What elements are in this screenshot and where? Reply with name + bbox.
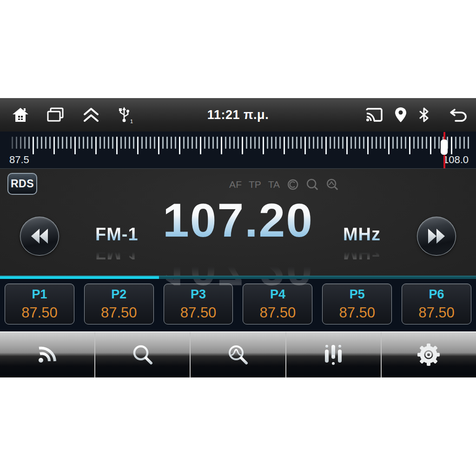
ruler-tick xyxy=(129,137,130,149)
ruler-tick xyxy=(367,137,369,154)
frequency-reflection: 107.20 xyxy=(163,245,313,292)
ruler-tick xyxy=(317,137,318,149)
home-icon[interactable] xyxy=(12,107,29,123)
ruler-tick xyxy=(397,137,398,149)
ruler-tick xyxy=(208,137,210,149)
ruler-tick xyxy=(179,137,180,154)
usb-icon: 1 xyxy=(118,106,130,123)
ruler-tick xyxy=(392,137,394,149)
ruler-tick xyxy=(99,137,101,149)
unit-reflection: MHz xyxy=(343,244,381,262)
ruler-tick xyxy=(342,137,344,149)
ruler-tick xyxy=(288,137,289,149)
preset-button-5[interactable]: P5 87.50 xyxy=(322,284,392,324)
ruler-tick xyxy=(171,137,172,149)
ruler-tick xyxy=(263,137,264,154)
location-icon xyxy=(394,107,407,123)
tuner-ruler[interactable] xyxy=(0,137,476,156)
seek-up-button[interactable] xyxy=(417,217,456,256)
scan-wave-icon xyxy=(227,344,249,366)
tuner-scale[interactable]: 87.5 108.0 xyxy=(0,132,476,169)
ruler-tick xyxy=(41,137,42,149)
scan-button[interactable] xyxy=(191,331,286,377)
ruler-tick xyxy=(166,137,168,149)
preset-frequency: 87.50 xyxy=(260,304,296,321)
ruler-tick xyxy=(405,137,406,149)
ruler-tick xyxy=(24,137,26,149)
ruler-tick xyxy=(53,137,55,154)
ruler-tick xyxy=(313,137,314,149)
bottom-toolbar xyxy=(0,331,476,377)
search-icon xyxy=(132,344,154,366)
ruler-tick xyxy=(154,137,155,149)
tuner-thumb[interactable] xyxy=(441,139,448,155)
frequency-unit: MHz MHz xyxy=(343,225,381,262)
search-button[interactable] xyxy=(95,331,191,377)
ruler-tick xyxy=(388,137,390,154)
seek-down-button[interactable] xyxy=(20,217,59,256)
scale-max-label: 108.0 xyxy=(443,154,469,166)
broadcast-button[interactable] xyxy=(0,331,95,377)
ruler-tick xyxy=(104,137,105,149)
preset-button-2[interactable]: P2 87.50 xyxy=(84,284,154,324)
ruler-tick xyxy=(309,137,310,149)
ruler-tick xyxy=(451,137,452,154)
scale-min-label: 87.5 xyxy=(9,154,29,166)
ruler-tick xyxy=(267,137,268,149)
preset-button-6[interactable]: P6 87.50 xyxy=(402,284,471,324)
ruler-tick xyxy=(74,137,76,154)
preset-frequency: 87.50 xyxy=(339,304,375,321)
ruler-tick xyxy=(284,137,285,154)
ruler-tick xyxy=(187,137,189,149)
radio-main-panel: RDS AF TP TA FM-1 FM-1 107.20 107.20 xyxy=(0,169,476,279)
ruler-tick xyxy=(79,137,80,149)
ruler-tick xyxy=(192,137,193,149)
preset-frequency: 87.50 xyxy=(418,304,455,321)
preset-button-1[interactable]: P1 87.50 xyxy=(5,284,74,324)
ruler-tick xyxy=(409,137,410,154)
equalizer-button[interactable] xyxy=(286,331,382,377)
ruler-tick xyxy=(212,137,214,149)
ruler-tick xyxy=(455,137,456,149)
ruler-tick xyxy=(325,137,327,154)
recent-apps-icon[interactable] xyxy=(46,107,64,122)
ruler-tick xyxy=(238,137,239,149)
ruler-tick xyxy=(459,137,461,149)
preset-frequency: 87.50 xyxy=(101,304,137,321)
ruler-tick xyxy=(66,137,67,149)
ruler-tick xyxy=(292,137,293,149)
ruler-tick xyxy=(137,137,139,154)
preset-label: P1 xyxy=(32,287,47,302)
ruler-tick xyxy=(204,137,205,149)
ruler-tick xyxy=(355,137,356,149)
ruler-tick xyxy=(279,137,281,149)
ruler-tick xyxy=(183,137,185,149)
gear-icon xyxy=(417,343,440,366)
ruler-tick xyxy=(359,137,360,149)
ruler-tick xyxy=(426,137,427,149)
ruler-tick xyxy=(83,137,84,149)
ruler-tick xyxy=(350,137,352,149)
ruler-tick xyxy=(258,137,260,149)
collapse-up-icon[interactable] xyxy=(82,107,100,123)
ruler-tick xyxy=(12,137,13,149)
ruler-tick xyxy=(141,137,143,149)
ruler-tick xyxy=(300,137,302,149)
ruler-tick xyxy=(162,137,164,149)
ruler-tick xyxy=(380,137,381,149)
status-time: 11:21 π.μ. xyxy=(207,108,269,122)
ruler-tick xyxy=(87,137,88,149)
ruler-tick xyxy=(221,137,222,154)
bluetooth-icon xyxy=(418,107,430,123)
ruler-tick xyxy=(45,137,46,149)
ruler-tick xyxy=(225,137,226,149)
ruler-tick xyxy=(242,137,243,154)
ruler-tick xyxy=(145,137,147,149)
ruler-tick xyxy=(196,137,197,149)
settings-button[interactable] xyxy=(382,331,476,377)
ruler-tick xyxy=(20,137,21,149)
back-icon[interactable] xyxy=(449,107,468,122)
ruler-tick xyxy=(246,137,247,149)
ruler-tick xyxy=(254,137,256,149)
ruler-tick xyxy=(62,137,63,149)
